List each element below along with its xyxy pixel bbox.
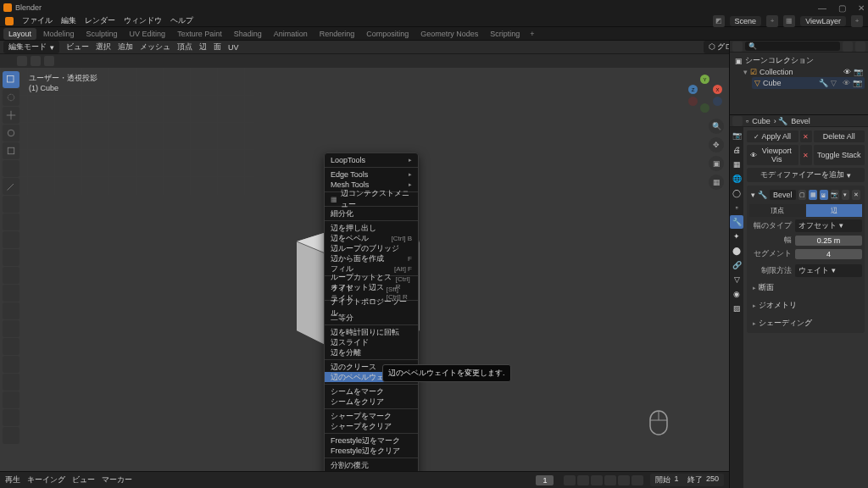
tool-transform[interactable]	[3, 160, 19, 177]
ptab-physics[interactable]: ⬤	[730, 244, 743, 258]
ptab-modifiers[interactable]: 🔧	[730, 215, 743, 229]
tab-geonodes[interactable]: Geometry Nodes	[415, 28, 483, 40]
tool-inset[interactable]	[3, 249, 19, 266]
cm-edge-split[interactable]: 辺を分離	[325, 347, 418, 358]
menu-edit[interactable]: 編集	[61, 15, 76, 26]
ptab-particles[interactable]: ✦	[730, 230, 743, 243]
add-workspace[interactable]: +	[526, 30, 537, 38]
segments-input[interactable]: 4	[795, 249, 862, 259]
zoom-button[interactable]: 🔍	[709, 119, 724, 134]
tool-shrink[interactable]	[3, 391, 19, 408]
viewport-vis-x[interactable]: ✕	[800, 145, 812, 165]
mod-show-editmode[interactable]: ▦	[809, 190, 817, 200]
step-back[interactable]	[577, 475, 589, 485]
cm-unsubdivide[interactable]: 分割の復元	[325, 460, 418, 470]
tool-smooth[interactable]	[3, 356, 19, 373]
mode-selector[interactable]: 編集モード▾	[3, 41, 59, 53]
cm-mark-freestyle[interactable]: Freestyle辺をマーク	[325, 435, 418, 446]
tool-bevel[interactable]	[3, 267, 19, 284]
tl-keying[interactable]: キーイング	[27, 474, 65, 485]
limit-select[interactable]: ウェイト ▾	[795, 264, 862, 277]
tool-addcube[interactable]	[3, 214, 19, 230]
tab-layout[interactable]: Layout	[3, 28, 36, 40]
axis-neg-y[interactable]	[700, 103, 709, 113]
frame-range[interactable]: 開始 1 終了 250	[650, 474, 724, 486]
tab-uvediting[interactable]: UV Editing	[125, 28, 171, 40]
cm-edgetools[interactable]: Edge Tools	[325, 169, 418, 180]
tool-shear[interactable]	[3, 409, 19, 426]
menu-window[interactable]: ウィンドウ	[124, 15, 162, 26]
cm-knife-topology[interactable]: ナイフトポロジーツール	[325, 302, 418, 313]
vh-edge[interactable]: 辺	[199, 42, 207, 53]
jump-start[interactable]	[564, 475, 576, 485]
tab-sculpting[interactable]: Sculpting	[81, 28, 123, 40]
jump-end[interactable]	[632, 475, 643, 485]
minimize-button[interactable]: —	[818, 3, 826, 13]
nav-gizmo[interactable]: X Y Z	[685, 75, 724, 114]
cm-looptools[interactable]: LoopTools	[325, 155, 418, 165]
ptab-texture[interactable]: ▨	[730, 302, 743, 315]
width-input[interactable]: 0.25 m	[795, 236, 862, 246]
tl-playback[interactable]: 再生	[5, 474, 20, 485]
ptab-output[interactable]: 🖨	[730, 143, 743, 157]
ts-icon-2[interactable]	[31, 56, 41, 66]
mod-show-render[interactable]: 📷	[831, 190, 839, 200]
scene-icon[interactable]: ◩	[713, 15, 725, 27]
step-fwd[interactable]	[618, 475, 630, 485]
cm-bridge-loops[interactable]: 辺ループのブリッジ	[325, 243, 418, 253]
outliner-type[interactable]	[732, 42, 743, 52]
bevel-tab-vertex[interactable]: 頂点	[749, 204, 805, 217]
cm-edge-face[interactable]: 辺から面を作成F	[325, 253, 418, 263]
tool-move[interactable]	[3, 107, 19, 124]
pan-button[interactable]: ✥	[709, 137, 724, 152]
apply-all-button[interactable]: ✓ Apply All	[747, 130, 798, 142]
delete-all-button[interactable]: Delete All	[814, 130, 865, 142]
ot-scene[interactable]: ▣シーンコレクション	[733, 54, 865, 67]
outliner-search[interactable]: 🔍	[745, 42, 840, 51]
ot-object-cube[interactable]: ▽Cube🔧 ▽ 👁 📷	[752, 77, 865, 89]
ptab-render[interactable]: 📷	[730, 129, 743, 142]
tl-view[interactable]: ビュー	[72, 474, 95, 485]
bevel-tab-edge[interactable]: 辺	[806, 204, 862, 217]
tool-cursor[interactable]	[3, 89, 19, 106]
persp-button[interactable]: ▦	[709, 175, 724, 190]
mod-section-profile[interactable]: 断面	[749, 280, 862, 295]
tab-shading[interactable]: Shading	[229, 28, 267, 40]
axis-x[interactable]: X	[713, 85, 722, 94]
viewlayer-icon[interactable]: ▦	[783, 15, 795, 27]
axis-z[interactable]: Z	[688, 85, 698, 94]
ptab-object[interactable]: ▫	[730, 201, 743, 214]
vh-uv[interactable]: UV	[228, 43, 239, 52]
axis-neg-z[interactable]	[713, 97, 722, 106]
tab-animation[interactable]: Animation	[269, 28, 313, 40]
ptab-data[interactable]: ▽	[730, 273, 743, 286]
viewlayer-new[interactable]: +	[851, 15, 863, 27]
ptab-world[interactable]: ◯	[730, 186, 743, 200]
ptab-viewlayer[interactable]: ▦	[730, 158, 743, 171]
axis-neg-x[interactable]	[688, 97, 698, 106]
add-modifier-button[interactable]: モディファイアーを追加 ▾	[747, 168, 865, 182]
viewlayer-selector[interactable]: ViewLayer	[800, 16, 846, 26]
ptab-constraints[interactable]: 🔗	[730, 258, 743, 272]
cm-clear-freestyle[interactable]: Freestyle辺をクリア	[325, 446, 418, 456]
cm-edge-slide[interactable]: 辺スライド	[325, 337, 418, 347]
viewport-3d[interactable]: ユーザー・透視投影 (1) Cube X Y Z 🔍 ✥ ▣	[0, 68, 729, 471]
prop-pin[interactable]	[732, 116, 743, 126]
tab-rendering[interactable]: Rendering	[314, 28, 360, 40]
mod-name-field[interactable]: Bevel	[770, 190, 796, 200]
tab-texturepaint[interactable]: Texture Paint	[172, 28, 227, 40]
menu-render[interactable]: レンダー	[85, 15, 115, 26]
close-button[interactable]: ✕	[858, 3, 865, 13]
scene-new[interactable]: +	[766, 15, 778, 27]
ptab-material[interactable]: ◉	[730, 287, 743, 301]
vh-face[interactable]: 面	[214, 42, 221, 53]
tool-loopcut[interactable]	[3, 285, 19, 302]
scene-selector[interactable]: Scene	[730, 16, 762, 26]
cm-mark-seam[interactable]: シームをマーク	[325, 386, 418, 396]
menu-help[interactable]: ヘルプ	[170, 15, 193, 26]
tool-scale[interactable]	[3, 142, 19, 159]
vh-vertex[interactable]: 頂点	[177, 42, 192, 53]
apply-all-x[interactable]: ✕	[800, 130, 812, 142]
app-icon[interactable]	[5, 17, 14, 25]
tool-knife[interactable]	[3, 302, 19, 319]
